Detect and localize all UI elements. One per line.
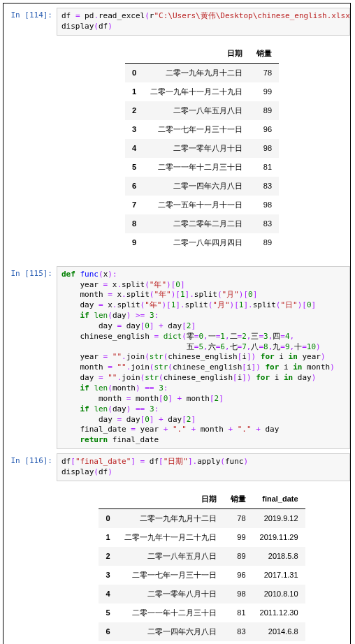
code-token: ( xyxy=(108,404,113,414)
cell-116: In [116]: df["final_date"] = df["日期"].ap… xyxy=(3,453,350,481)
code-token: year xyxy=(61,352,103,361)
code-token: "." xyxy=(238,425,252,434)
code-input-114[interactable]: df = pd.read_excel(r"C:\Users\黄伟\Desktop… xyxy=(57,8,350,36)
code-token: df xyxy=(99,467,108,476)
table-row: 5二零一一年十二月三十日81 xyxy=(125,158,279,177)
code-token: ( xyxy=(168,363,173,372)
code-token: ( xyxy=(94,22,99,31)
code-token: . xyxy=(122,290,126,299)
code-token: = xyxy=(131,425,136,434)
table-row-index: 1 xyxy=(99,528,117,547)
table-cell: 二零一九年九月十二日 xyxy=(143,63,249,82)
table-row-index: 0 xyxy=(125,63,143,82)
code-token: final_date xyxy=(108,435,159,444)
table-row-index: 4 xyxy=(125,139,143,158)
code-token: , xyxy=(203,342,208,351)
code-token: i xyxy=(275,352,289,361)
output-116: 日期销量final_date0二零一九年九月十二日782019.9.121二零一… xyxy=(54,481,350,644)
table-row-index: 0 xyxy=(99,508,117,528)
table-cell: 二零一五年十一月十一日 xyxy=(117,641,224,644)
table-column-header: 日期 xyxy=(117,490,224,509)
code-115: def func(x): year = x.split("年")[0] mont… xyxy=(61,270,345,446)
table-cell: 81 xyxy=(224,603,253,622)
code-token: . xyxy=(122,352,126,361)
code-input-115[interactable]: def func(x): year = x.split("年")[0] mont… xyxy=(57,266,350,449)
code-token: ] xyxy=(131,457,136,466)
table-cell: 二零一八年五月八日 xyxy=(117,547,224,566)
code-token: [ xyxy=(302,300,307,309)
code-token: in xyxy=(293,363,302,372)
table-cell: 83 xyxy=(224,622,253,641)
code-token: day xyxy=(61,373,99,382)
code-token: len xyxy=(94,311,108,320)
code-token: ] xyxy=(312,300,317,309)
code-token: "年" xyxy=(145,300,161,309)
code-token: df xyxy=(61,457,71,466)
code-token: month xyxy=(302,363,330,372)
code-token: . xyxy=(94,11,99,20)
code-token: 2 xyxy=(242,332,247,341)
code-token: for xyxy=(256,373,270,382)
table-row: 7二零一五年十一月十一日98 xyxy=(125,196,279,214)
code-token xyxy=(233,425,238,434)
table-row-index: 7 xyxy=(125,196,143,214)
table-cell: 2018.5.8 xyxy=(253,547,305,566)
code-token: ( xyxy=(182,332,187,341)
code-token: 6 xyxy=(220,342,225,351)
code-token: str xyxy=(150,352,164,361)
table-cell: 二零一八年四月四日 xyxy=(143,233,249,252)
code-token: 0 xyxy=(175,280,180,289)
code-token xyxy=(131,311,136,320)
code-token: chinese_english xyxy=(173,363,242,372)
table-row-index: 1 xyxy=(125,82,143,101)
table-cell: 二零一一年十二月三十日 xyxy=(117,603,224,622)
table-row-index: 4 xyxy=(99,585,117,603)
code-token xyxy=(145,404,150,414)
code-token: ( xyxy=(108,311,113,320)
code-token: ] xyxy=(188,457,193,466)
code-input-116[interactable]: df["final_date"] = df["日期"].apply(func) … xyxy=(57,453,350,481)
code-token: display xyxy=(61,467,94,476)
code-token: apply xyxy=(197,457,220,466)
notebook-frame: In [114]: df = pd.read_excel(r"C:\Users\… xyxy=(3,3,351,644)
code-token: "年" xyxy=(150,280,166,289)
table-row-index: 6 xyxy=(125,177,143,196)
code-token: = xyxy=(75,11,80,20)
code-token: chinese_english xyxy=(168,352,237,361)
table-cell: 89 xyxy=(224,547,253,566)
code-token: for xyxy=(265,363,279,372)
table-row: 1二零一九年十一月二十九日992019.11.29 xyxy=(99,528,305,547)
code-token: [ xyxy=(233,373,238,382)
table-cell: 二零一七年一月三十一日 xyxy=(143,120,249,139)
table-cell: 二零一七年一月三十一日 xyxy=(117,566,224,585)
table-cell: 二零一四年六月八日 xyxy=(117,622,224,641)
code-token: 六 xyxy=(208,342,216,351)
code-token: : xyxy=(113,270,117,279)
code-token: == xyxy=(136,404,145,414)
code-token: ( xyxy=(145,11,150,20)
code-token: ) xyxy=(316,342,321,351)
table-cell: 83 xyxy=(249,177,279,196)
code-token: [ xyxy=(182,415,187,424)
table-cell: 2010.8.10 xyxy=(253,585,305,603)
code-token: = xyxy=(99,300,103,309)
code-token: month xyxy=(61,363,108,372)
code-token: ) xyxy=(330,363,335,372)
code-token: . xyxy=(180,300,185,309)
code-token: 0 xyxy=(145,321,150,330)
code-token: func xyxy=(225,457,244,466)
code-token: + xyxy=(256,425,261,434)
code-token: = xyxy=(99,373,103,382)
table-cell: 二零一八年五月八日 xyxy=(143,101,249,120)
table-row-index: 9 xyxy=(125,233,143,252)
table-cell: 二零一一年十二月三十日 xyxy=(143,158,249,177)
code-token: if xyxy=(80,311,89,320)
code-token: display xyxy=(61,22,94,31)
code-token: str xyxy=(145,373,159,382)
code-token: ) xyxy=(312,373,317,382)
code-token: 0 xyxy=(307,300,312,309)
table-row: 9二零一八年四月四日89 xyxy=(125,233,279,252)
table-row: 2二零一八年五月八日89 xyxy=(125,101,279,120)
table-cell: 99 xyxy=(249,82,279,101)
code-token xyxy=(108,352,113,361)
